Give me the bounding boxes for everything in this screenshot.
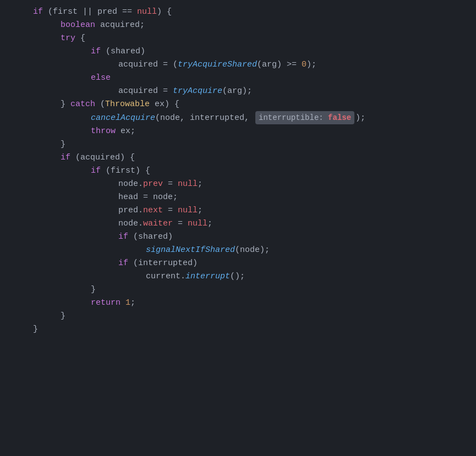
code-line: try { <box>0 32 476 45</box>
keyword: if <box>91 45 101 58</box>
type-name: Throwable <box>105 98 150 111</box>
keyword: if <box>91 164 101 178</box>
code-line: cancelAcquire(node, interrupted, interru… <box>0 111 476 125</box>
code-editor: if (first || pred == null) { boolean acq… <box>0 0 476 342</box>
code-line: } <box>0 138 476 151</box>
keyword: catch <box>70 98 95 111</box>
code-line: } <box>0 283 476 296</box>
keyword: if <box>118 230 128 244</box>
code-line: if (first || pred == null) { <box>0 6 476 19</box>
function-call: cancelAcquire <box>91 112 155 125</box>
code-line: pred.next = null; <box>0 204 476 217</box>
keyword: if <box>118 257 128 270</box>
code-line: if (interrupted) <box>0 257 476 270</box>
code-line: current.interrupt(); <box>0 270 476 283</box>
code-line: signalNextIfShared(node); <box>0 244 476 257</box>
number-literal: 1 <box>125 296 130 310</box>
keyword: if <box>33 6 43 19</box>
keyword: if <box>61 151 70 164</box>
code-line: boolean acquired; <box>0 19 476 32</box>
field-name: next <box>143 204 163 217</box>
code-line: } <box>0 310 476 323</box>
function-call: interrupt <box>185 270 230 283</box>
keyword: else <box>91 72 111 85</box>
tooltip-value: false <box>328 113 351 122</box>
code-line: else <box>0 72 476 85</box>
keyword: boolean <box>61 19 95 32</box>
field-name: waiter <box>143 217 173 230</box>
tooltip-popup: interruptible: false <box>255 111 354 124</box>
tooltip-key: interruptible: <box>259 113 324 122</box>
code-line: if (acquired) { <box>0 151 476 164</box>
function-call: signalNextIfShared <box>146 244 235 257</box>
null-keyword: null <box>137 6 157 19</box>
null-keyword: null <box>178 178 198 191</box>
code-line: node.waiter = null; <box>0 217 476 230</box>
field-name: prev <box>143 178 163 191</box>
code-line: acquired = tryAcquire(arg); <box>0 85 476 98</box>
keyword: throw <box>91 125 116 138</box>
code-line: acquired = (tryAcquireShared(arg) >= 0); <box>0 58 476 72</box>
function-call: tryAcquire <box>173 85 222 98</box>
code-line: if (shared) <box>0 45 476 58</box>
code-line: } catch (Throwable ex) { <box>0 98 476 111</box>
null-keyword: null <box>188 217 207 230</box>
code-line: node.prev = null; <box>0 178 476 191</box>
code-line: if (shared) <box>0 230 476 244</box>
code-line: throw ex; <box>0 125 476 138</box>
function-call: tryAcquireShared <box>178 58 257 72</box>
code-line: return 1; <box>0 296 476 310</box>
code-line: if (first) { <box>0 164 476 178</box>
code-line: head = node; <box>0 191 476 204</box>
keyword: return <box>91 296 121 310</box>
code-line: } <box>0 323 476 336</box>
keyword: try <box>61 32 75 45</box>
null-keyword: null <box>178 204 198 217</box>
number-literal: 0 <box>302 58 307 72</box>
